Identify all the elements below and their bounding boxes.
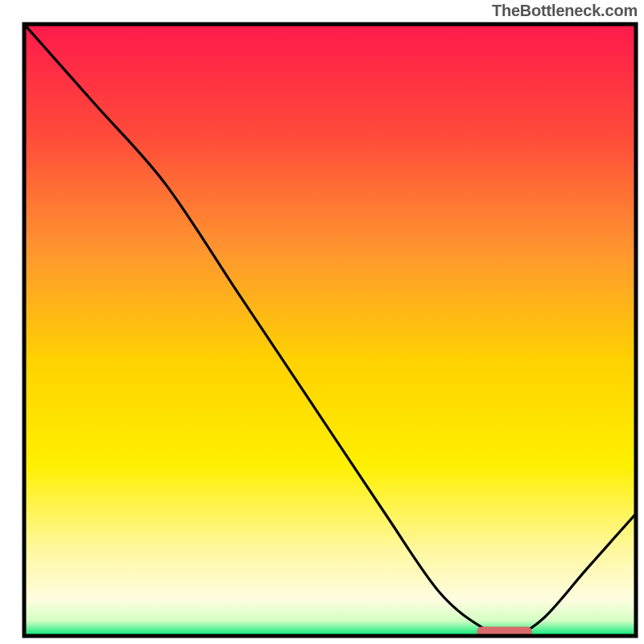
bottleneck-chart-svg	[0, 0, 644, 644]
chart-container: TheBottleneck.com	[0, 0, 644, 644]
gradient-background	[24, 24, 636, 636]
